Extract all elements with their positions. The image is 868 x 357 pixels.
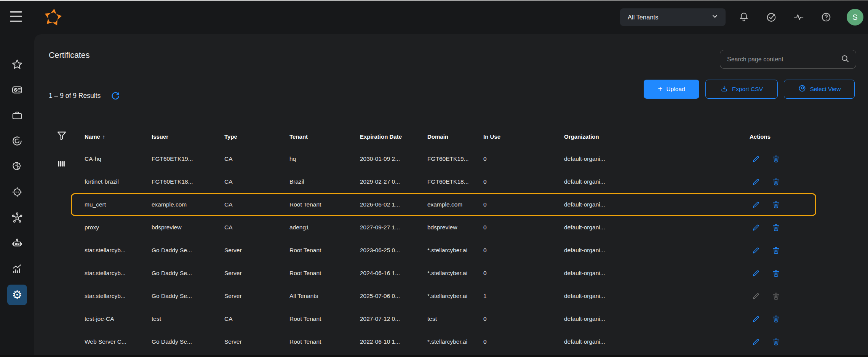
pulse-icon[interactable] — [792, 10, 806, 24]
sidebar-item-hunting[interactable] — [7, 131, 27, 150]
cell-name: CA-hq — [85, 155, 152, 162]
cell-issuer: Go Daddy Se... — [152, 293, 224, 299]
select-view-button[interactable]: Select View — [784, 80, 855, 99]
search-icon[interactable] — [841, 54, 850, 65]
column-header-in-use[interactable]: In Use — [483, 133, 564, 140]
cell-name: mu_cert — [85, 201, 152, 208]
delete-icon[interactable] — [771, 314, 780, 323]
cell-type: Server — [224, 293, 289, 299]
column-header-domain[interactable]: Domain — [427, 133, 483, 140]
cell-issuer: test — [152, 315, 224, 322]
filter-funnel-icon[interactable] — [56, 130, 67, 141]
search-input[interactable] — [726, 56, 837, 63]
table-row[interactable]: star.stellarcyb...Go Daddy Se...ServerAl… — [71, 285, 816, 307]
delete-icon[interactable] — [771, 269, 780, 278]
cell-actions — [750, 177, 815, 186]
edit-icon[interactable] — [751, 154, 760, 163]
edit-icon[interactable] — [751, 177, 760, 186]
table-row[interactable]: star.stellarcyb...Go Daddy Se...ServerRo… — [71, 262, 816, 285]
edit-icon[interactable] — [751, 337, 760, 346]
delete-icon[interactable] — [771, 223, 780, 232]
cell-organization: default-organi... — [564, 224, 750, 231]
edit-icon[interactable] — [751, 223, 760, 232]
plus-icon: + — [658, 84, 662, 93]
cell-expiration: 2027-07-12 0... — [360, 315, 427, 322]
cell-actions — [750, 291, 815, 301]
cell-expiration: 2022-06-10 1... — [360, 338, 427, 345]
cell-domain: *.stellarcyber.ai — [427, 338, 483, 345]
table-row[interactable]: CA-hqFGT60ETK19...CAhq2030-01-09 2...FGT… — [71, 147, 816, 170]
table-row[interactable]: star.stellarcyb...Go Daddy Se...ServerRo… — [71, 239, 816, 262]
cell-domain: FGT60ETK19... — [427, 155, 483, 162]
column-header-type[interactable]: Type — [224, 133, 289, 140]
columns-icon[interactable] — [56, 158, 67, 170]
sidebar-item-dashboards[interactable] — [7, 80, 27, 99]
cell-type: CA — [224, 224, 289, 231]
table-row[interactable]: test-joe-CAtestCARoot Tenant2027-07-12 0… — [71, 307, 816, 330]
help-icon[interactable] — [819, 10, 833, 24]
cell-tenant: Root Tenant — [289, 270, 360, 277]
app-window: All Tenants — [0, 0, 868, 357]
export-csv-button[interactable]: Export CSV — [705, 80, 778, 99]
briefcase-icon — [11, 110, 23, 121]
delete-icon[interactable] — [771, 177, 780, 186]
cell-expiration: 2025-07-06 0... — [360, 293, 427, 299]
cell-in-use: 0 — [483, 155, 564, 162]
swirl-icon — [11, 135, 23, 147]
sidebar-item-connections[interactable] — [7, 208, 27, 227]
cell-actions — [750, 246, 815, 255]
sidebar-item-reports[interactable] — [7, 259, 27, 278]
table-row[interactable]: proxybdspreviewCAadeng12027-09-27 1...bd… — [71, 216, 816, 239]
delete-icon[interactable] — [771, 337, 780, 346]
cell-expiration: 2026-06-02 1... — [360, 201, 427, 208]
delete-icon[interactable] — [771, 246, 780, 255]
check-circle-icon[interactable] — [764, 10, 778, 24]
delete-icon[interactable] — [771, 200, 780, 209]
chart-icon — [11, 263, 23, 274]
edit-icon[interactable] — [751, 314, 760, 323]
robot-icon — [11, 237, 23, 249]
sidebar-item-cases[interactable] — [7, 106, 27, 125]
tenant-selector-value: All Tenants — [628, 14, 706, 21]
sidebar-item-settings[interactable]: ⚙ — [7, 285, 27, 305]
column-header-expiration-date[interactable]: Expiration Date — [360, 133, 427, 140]
cell-name: star.stellarcyb... — [85, 247, 152, 254]
column-header-organization[interactable]: Organization — [564, 133, 750, 140]
cell-issuer: Go Daddy Se... — [152, 270, 224, 277]
cell-organization: default-organi... — [564, 155, 750, 162]
bell-icon[interactable] — [737, 10, 751, 24]
user-avatar[interactable]: S — [847, 9, 863, 26]
column-header-tenant[interactable]: Tenant — [289, 133, 360, 140]
cell-in-use: 0 — [483, 315, 564, 322]
results-row: 1 – 9 of 9 Results — [49, 90, 120, 101]
table-row-selected[interactable]: mu_certexample.comCARoot Tenant2026-06-0… — [71, 193, 816, 216]
table-row[interactable]: fortinet-brazilFGT60ETK18...CABrazil2029… — [71, 170, 816, 193]
upload-button[interactable]: + Upload — [644, 80, 699, 99]
sidebar-item-detections[interactable] — [7, 183, 27, 202]
column-header-name[interactable]: Name ↑ — [85, 133, 152, 140]
edit-icon[interactable] — [751, 246, 760, 255]
hamburger-menu-icon[interactable] — [10, 11, 22, 22]
tenant-selector[interactable]: All Tenants — [620, 8, 726, 26]
sidebar-item-automation[interactable] — [7, 234, 27, 253]
sidebar-item-ai[interactable] — [7, 157, 27, 176]
cell-actions — [750, 269, 815, 278]
cell-name: fortinet-brazil — [85, 178, 152, 185]
delete-icon[interactable] — [771, 154, 780, 163]
cell-issuer: Go Daddy Se... — [152, 338, 224, 345]
topbar: All Tenants — [0, 0, 868, 34]
table-row[interactable]: Web Server C...Go Daddy Se...ServerRoot … — [71, 330, 816, 353]
page-title: Certificates — [49, 51, 90, 60]
cell-in-use: 0 — [483, 178, 564, 185]
gear-icon: ⚙ — [12, 289, 22, 301]
cell-tenant: Root Tenant — [289, 338, 360, 345]
window-bottom-edge — [0, 355, 868, 357]
cell-domain: bdspreview — [427, 224, 483, 231]
refresh-icon[interactable] — [110, 90, 120, 101]
column-header-issuer[interactable]: Issuer — [152, 133, 224, 140]
cell-domain: *.stellarcyber.ai — [427, 247, 483, 254]
sidebar-item-favorites[interactable] — [7, 55, 27, 74]
cell-tenant: Root Tenant — [289, 247, 360, 254]
edit-icon[interactable] — [751, 200, 760, 209]
edit-icon[interactable] — [751, 269, 760, 278]
